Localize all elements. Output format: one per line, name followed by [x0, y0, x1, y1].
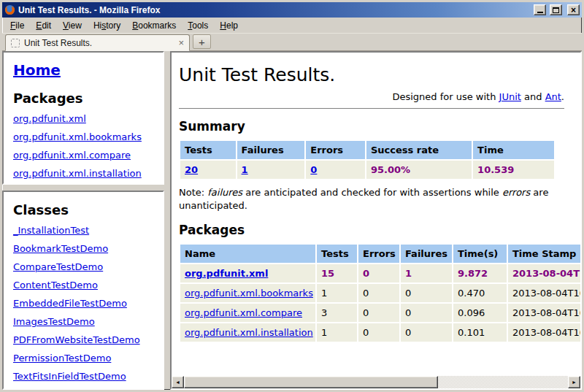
packages-heading: Packages — [179, 223, 580, 237]
summary-errors-cell: 0 — [306, 161, 365, 179]
summary-header-row: Tests Failures Errors Success rate Time — [180, 141, 554, 159]
packages-col-failures: Failures — [401, 245, 452, 263]
browser-window: Unit Test Results. - Mozilla Firefox × F… — [0, 0, 584, 392]
tab-strip: Unit Test Results. × + — [2, 34, 582, 51]
menu-edit[interactable]: Edit — [30, 18, 57, 33]
menu-view[interactable]: View — [57, 18, 88, 33]
sidebar-class-link[interactable]: ImagesTestDemo — [13, 316, 154, 327]
menu-history[interactable]: History — [88, 18, 126, 33]
firefox-icon — [4, 4, 15, 15]
sidebar-class-link[interactable]: EmbeddedFileTestDemo — [13, 298, 154, 309]
summary-col-errors: Errors — [306, 141, 365, 159]
scroll-left-button[interactable]: ◄ — [172, 376, 184, 388]
tab-close-icon[interactable]: × — [178, 39, 184, 47]
table-row: org.pdfunit.xml.installation 1 0 0 0.101… — [180, 323, 580, 342]
package-timestamp-cell: 2013-08-04T10 — [508, 304, 580, 322]
summary-failures-cell: 1 — [237, 161, 305, 179]
menu-tools[interactable]: Tools — [182, 18, 214, 33]
packages-table: Name Tests Errors Failures Time(s) Time … — [179, 243, 580, 343]
sidebar-class-link[interactable]: ContentTestDemo — [13, 280, 154, 291]
packages-col-time: Time(s) — [453, 245, 507, 263]
table-row: org.pdfunit.xml 15 0 1 9.872 2013-08-04T… — [180, 264, 580, 283]
packages-col-tests: Tests — [317, 245, 357, 263]
package-errors-cell: 0 — [358, 323, 399, 342]
note-text: Note: failures are anticipated and check… — [179, 186, 572, 212]
new-tab-button[interactable]: + — [193, 34, 211, 49]
package-errors-cell: 0 — [358, 284, 399, 302]
errors-count-link[interactable]: 0 — [310, 164, 317, 175]
package-tests-cell: 3 — [317, 304, 357, 322]
sidebar-packages-heading: Packages — [13, 91, 154, 106]
failures-count-link[interactable]: 1 — [242, 164, 248, 175]
sidebar-class-link[interactable]: PDFFromWebsiteTestDemo — [13, 334, 154, 345]
sidebar-column: Home Packages org.pdfunit.xml org.pdfuni… — [2, 51, 164, 390]
sidebar-class-link[interactable]: _InstallationTest — [13, 225, 154, 236]
sidebar-package-link[interactable]: org.pdfunit.xml.bookmarks — [13, 131, 154, 142]
minimize-button[interactable] — [534, 4, 546, 15]
summary-success-rate-cell: 95.00% — [366, 161, 472, 179]
summary-tests-cell: 20 — [180, 161, 236, 179]
home-link[interactable]: Home — [13, 61, 61, 79]
package-errors-cell: 0 — [358, 304, 399, 322]
package-link[interactable]: org.pdfunit.xml.installation — [185, 327, 313, 338]
summary-col-tests: Tests — [180, 141, 236, 159]
maximize-icon — [553, 7, 559, 13]
sidebar-class-link[interactable]: CompareTestDemo — [13, 261, 154, 272]
horizontal-scrollbar: ◄ ► — [172, 376, 580, 388]
package-link[interactable]: org.pdfunit.xml.bookmarks — [185, 288, 313, 299]
junit-link[interactable]: JUnit — [499, 91, 521, 102]
package-time-cell: 9.872 — [453, 264, 507, 283]
divider-rule — [179, 108, 564, 109]
scroll-right-button[interactable]: ► — [568, 376, 580, 388]
ant-link[interactable]: Ant — [545, 91, 561, 102]
summary-table: Tests Failures Errors Success rate Time … — [179, 139, 556, 180]
frame-divider-horizontal[interactable] — [2, 185, 164, 191]
package-tests-cell: 1 — [317, 323, 357, 342]
package-link[interactable]: org.pdfunit.xml — [185, 268, 268, 279]
scrollbar-track[interactable] — [438, 376, 568, 388]
package-timestamp-cell: 2013-08-04T10 — [508, 284, 580, 302]
menu-help[interactable]: Help — [214, 18, 244, 33]
tests-count-link[interactable]: 20 — [185, 164, 198, 175]
package-tests-cell: 1 — [317, 284, 357, 302]
close-button[interactable]: × — [567, 4, 580, 15]
classes-frame: Classes _InstallationTest BookmarkTestDe… — [2, 191, 164, 390]
package-timestamp-cell: 2013-08-04T1 — [508, 264, 580, 283]
main-column: Unit Test Results. Designed for use with… — [170, 51, 582, 390]
sidebar-classes-heading: Classes — [13, 202, 154, 218]
package-link[interactable]: org.pdfunit.xml.compare — [185, 307, 302, 318]
sidebar-class-link[interactable]: BookmarkTestDemo — [13, 243, 154, 254]
summary-time-cell: 10.539 — [473, 161, 554, 179]
scrollbar-thumb[interactable] — [184, 376, 438, 388]
sidebar-package-link[interactable]: org.pdfunit.xml — [13, 113, 154, 124]
summary-col-failures: Failures — [237, 141, 305, 159]
packages-header-row: Name Tests Errors Failures Time(s) Time … — [180, 245, 580, 263]
menu-file[interactable]: File — [4, 18, 30, 33]
summary-col-success-rate: Success rate — [366, 141, 472, 159]
sidebar-class-link[interactable]: PermissionTestDemo — [13, 353, 154, 364]
sidebar-package-link[interactable]: org.pdfunit.xml.installation — [13, 168, 154, 179]
packages-col-name: Name — [180, 245, 315, 263]
package-failures-cell: 0 — [401, 323, 452, 342]
frameset: Home Packages org.pdfunit.xml org.pdfuni… — [2, 51, 582, 390]
title-bar: Unit Test Results. - Mozilla Firefox × — [2, 2, 582, 18]
packages-frame: Home Packages org.pdfunit.xml org.pdfuni… — [2, 51, 164, 185]
package-time-cell: 0.096 — [453, 304, 507, 322]
tab-unit-test-results[interactable]: Unit Test Results. × — [5, 34, 190, 51]
table-row: org.pdfunit.xml.bookmarks 1 0 0 0.470 20… — [180, 284, 580, 302]
frame-divider-vertical[interactable] — [164, 51, 170, 390]
package-failures-cell: 1 — [401, 264, 452, 283]
package-failures-cell: 0 — [401, 284, 452, 302]
menu-bar: File Edit View History Bookmarks Tools H… — [2, 18, 582, 34]
summary-col-time: Time — [473, 141, 554, 159]
page-title: Unit Test Results. — [179, 64, 580, 85]
summary-data-row: 20 1 0 95.00% 10.539 — [180, 161, 554, 179]
minimize-icon — [537, 12, 543, 13]
package-tests-cell: 15 — [317, 264, 357, 283]
sidebar-class-link[interactable]: TextFitsInFieldTestDemo — [13, 371, 154, 382]
sidebar-package-link[interactable]: org.pdfunit.xml.compare — [13, 150, 154, 161]
menu-bookmarks[interactable]: Bookmarks — [126, 18, 182, 33]
summary-heading: Summary — [179, 119, 580, 134]
packages-col-errors: Errors — [358, 245, 399, 263]
maximize-button[interactable] — [550, 4, 562, 15]
